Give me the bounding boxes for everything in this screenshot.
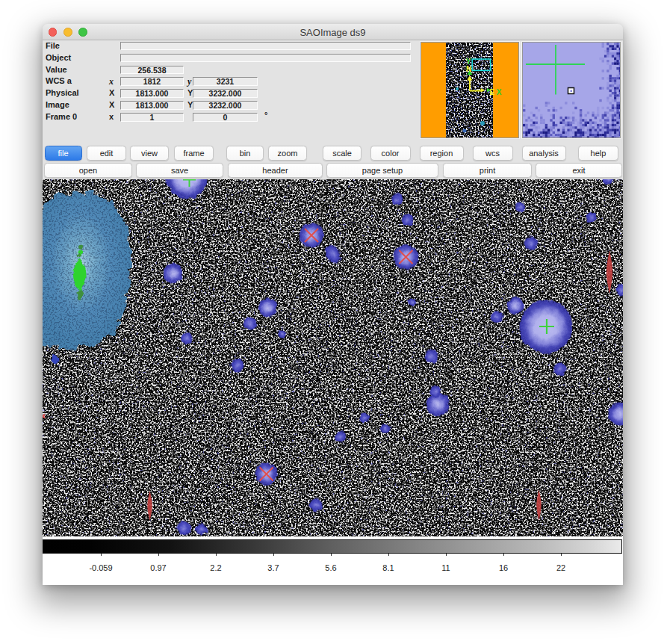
svg-text:N: N	[466, 65, 471, 73]
svg-text:E: E	[490, 88, 495, 96]
svg-text:X: X	[497, 88, 502, 96]
